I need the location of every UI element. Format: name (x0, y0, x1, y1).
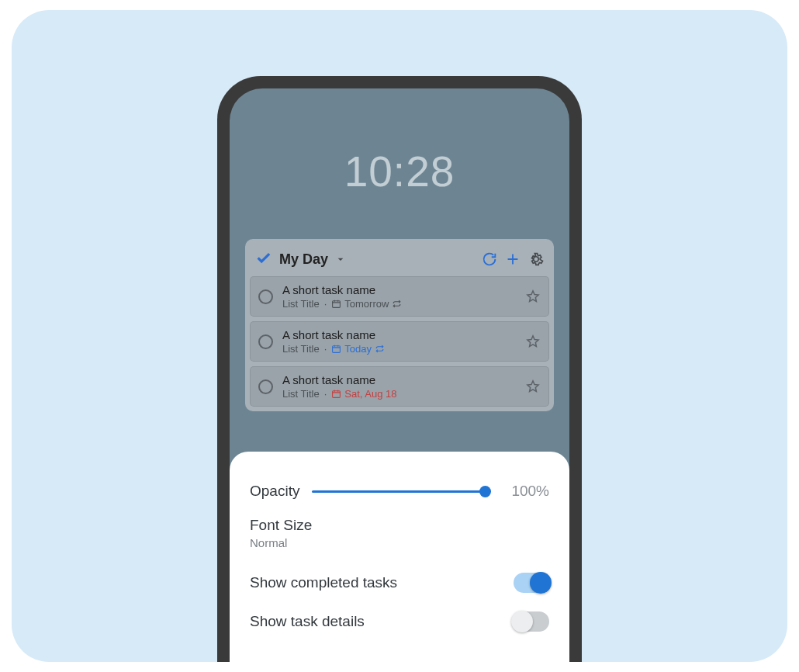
lock-clock: 10:28 (230, 147, 569, 196)
show-completed-row: Show completed tasks (250, 563, 549, 602)
star-icon[interactable] (525, 334, 541, 349)
phone-screen: 10:28 My Day (230, 88, 569, 662)
show-details-label: Show task details (250, 613, 514, 630)
task-title: A short task name (282, 328, 516, 341)
refresh-icon[interactable] (481, 251, 498, 268)
font-size-value: Normal (250, 536, 287, 549)
opacity-row: Opacity 100% (250, 473, 549, 509)
opacity-value: 100% (498, 483, 549, 500)
opacity-label: Opacity (250, 483, 299, 500)
settings-sheet: Opacity 100% Font Size Normal Show compl… (230, 452, 569, 662)
phone-frame: 10:28 My Day (217, 76, 582, 662)
show-details-row: Show task details (250, 602, 549, 641)
slider-thumb[interactable] (479, 486, 491, 497)
show-completed-toggle[interactable] (514, 573, 549, 593)
task-title: A short task name (282, 373, 516, 386)
widget-title[interactable]: My Day (279, 251, 328, 268)
svg-rect-2 (333, 391, 341, 398)
check-icon (254, 250, 273, 268)
task-subtitle: List Title Tomorrow (282, 298, 516, 310)
task-row[interactable]: A short task name List Title Today (250, 321, 549, 362)
calendar-icon (331, 344, 341, 354)
font-size-label: Font Size (250, 517, 312, 534)
chevron-down-icon[interactable] (334, 253, 347, 265)
star-icon[interactable] (525, 379, 541, 394)
widget-header: My Day (250, 244, 549, 276)
svg-rect-1 (333, 346, 341, 353)
font-size-row[interactable]: Font Size Normal (250, 509, 549, 563)
task-title: A short task name (282, 283, 516, 296)
todo-widget: My Day (245, 239, 554, 411)
calendar-icon (331, 299, 341, 309)
complete-radio[interactable] (258, 289, 273, 304)
calendar-icon (331, 389, 341, 399)
show-completed-label: Show completed tasks (250, 574, 514, 591)
backdrop: 10:28 My Day (12, 10, 787, 662)
opacity-slider[interactable] (312, 483, 486, 499)
task-row[interactable]: A short task name List Title Tomorrow (250, 276, 549, 317)
repeat-icon (392, 299, 402, 309)
show-details-toggle[interactable] (514, 611, 549, 632)
task-subtitle: List Title Sat, Aug 18 (282, 388, 516, 400)
star-icon[interactable] (525, 289, 541, 304)
repeat-icon (375, 344, 385, 354)
task-subtitle: List Title Today (282, 343, 516, 355)
gear-icon[interactable] (527, 251, 545, 268)
complete-radio[interactable] (258, 379, 273, 394)
plus-icon[interactable] (504, 251, 521, 268)
svg-rect-0 (333, 301, 341, 308)
task-row[interactable]: A short task name List Title Sat, Aug 18 (250, 366, 549, 407)
complete-radio[interactable] (258, 334, 273, 349)
